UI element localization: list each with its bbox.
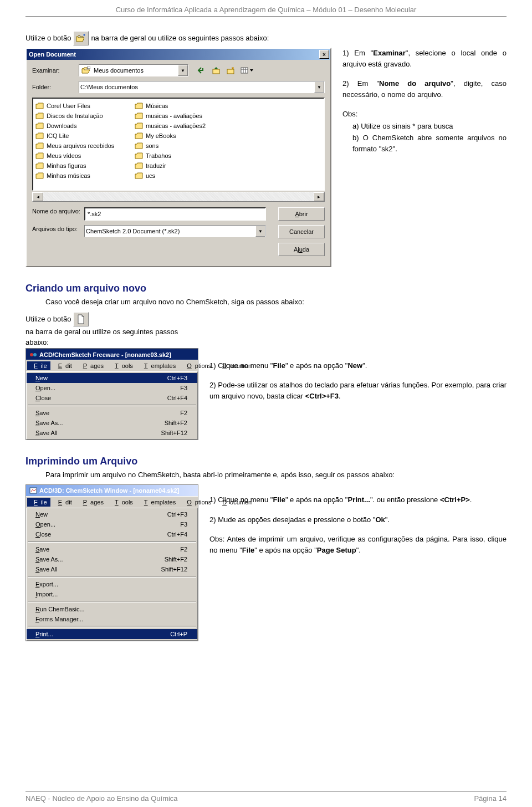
menu-templates[interactable]: Templates xyxy=(137,361,179,370)
menu-file[interactable]: File xyxy=(27,498,50,507)
menu-pages[interactable]: Pages xyxy=(76,361,107,370)
list-item[interactable]: Minhas figuras xyxy=(33,161,132,171)
menu-item[interactable]: Open...F3 xyxy=(27,383,197,393)
footer-left: NAEQ - Núcleo de Apoio ao Ensino da Quím… xyxy=(25,794,178,803)
abrir-label: brir xyxy=(299,211,308,217)
examinar-combo[interactable]: Meus documentos ▼ xyxy=(79,64,188,76)
view-menu-icon[interactable] xyxy=(238,64,256,76)
menu-pages[interactable]: Pages xyxy=(76,498,107,507)
dialog-titlebar: Open Document × xyxy=(27,49,330,60)
menu-item[interactable]: NewCtrl+F3 xyxy=(27,509,197,519)
menulist-1[interactable]: NewCtrl+F3Open...F3CloseCtrl+F4SaveF2Sav… xyxy=(26,371,198,440)
folder-icon xyxy=(135,102,144,110)
file-label: Meus vídeos xyxy=(47,152,81,159)
list-item[interactable]: Músicas xyxy=(132,101,232,111)
cancelar-button[interactable]: Cancelar xyxy=(278,225,325,238)
close-icon[interactable]: × xyxy=(319,50,329,59)
abrir-button[interactable]: Abrir xyxy=(278,207,325,221)
ajuda-button[interactable]: Ajuda xyxy=(278,243,325,256)
nome-input[interactable]: *.sk2 xyxy=(84,207,266,221)
back-icon[interactable] xyxy=(195,64,208,76)
svg-rect-0 xyxy=(88,67,90,69)
list-item[interactable]: My eBooks xyxy=(132,131,232,141)
chevron-down-icon[interactable]: ▼ xyxy=(255,226,265,237)
list-item[interactable]: Downloads xyxy=(33,121,132,131)
list-item[interactable]: Minhas músicas xyxy=(33,171,132,181)
aside-2: 1) Clique no menu "File" e após na opção… xyxy=(209,348,507,411)
menu-tools[interactable]: Tools xyxy=(108,361,136,370)
folder-icon xyxy=(135,152,144,160)
menu-item[interactable]: Open...F3 xyxy=(27,519,197,529)
menubar-1[interactable]: FileEditPagesToolsTemplatesOptionsDocume… xyxy=(26,360,198,371)
tipo-combo[interactable]: ChemSketch 2.0 Document (*.sk2) ▼ xyxy=(84,225,266,237)
intro-line: Utilize o botão na barra de geral ou uti… xyxy=(25,31,507,45)
menubar-2[interactable]: FileEditPagesToolsTemplatesOptionsDocume… xyxy=(26,496,198,508)
folder-icon xyxy=(135,162,144,170)
scroll-right-icon[interactable]: ► xyxy=(314,192,324,201)
menu-tools[interactable]: Tools xyxy=(108,498,136,507)
list-item[interactable]: Trabahos xyxy=(132,151,232,161)
menu-item[interactable]: SaveF2 xyxy=(27,408,197,418)
list-item[interactable]: Meus arquivos recebidos xyxy=(33,141,132,151)
menu-item[interactable]: Export... xyxy=(27,579,197,589)
menu-item[interactable]: SaveF2 xyxy=(27,544,197,554)
svg-point-5 xyxy=(33,353,37,356)
new-folder-icon[interactable] xyxy=(224,64,237,76)
menu-templates[interactable]: Templates xyxy=(137,498,179,507)
dialog-title: Open Document xyxy=(29,51,76,58)
scroll-left-icon[interactable]: ◄ xyxy=(33,192,43,201)
chevron-down-icon[interactable]: ▼ xyxy=(314,81,324,93)
list-item[interactable]: musicas - avaliações xyxy=(132,111,232,121)
list-item[interactable]: ucs xyxy=(132,171,232,181)
folder-icon xyxy=(135,172,144,180)
folder-icon xyxy=(35,102,44,110)
file-menu-2: ACD/3D: ChemSketch Window - [noname04.sk… xyxy=(25,484,198,641)
list-item[interactable]: Meus vídeos xyxy=(33,151,132,161)
svg-rect-3 xyxy=(241,68,248,73)
file-menu-1: ACD/ChemSketch Freeware - [noname03.sk2]… xyxy=(25,348,198,440)
folder-icon xyxy=(35,172,44,180)
folder-combo[interactable]: C:\Meus documentos ▼ xyxy=(79,81,325,93)
file-label: Minhas figuras xyxy=(47,162,86,169)
menu-edit[interactable]: Edit xyxy=(52,498,75,507)
list-item[interactable]: Corel User Files xyxy=(33,101,132,111)
menu-item[interactable]: Save As...Shift+F2 xyxy=(27,554,197,564)
tipo-value: ChemSketch 2.0 Document (*.sk2) xyxy=(85,228,255,234)
folder-label: Folder: xyxy=(32,84,75,90)
menu-item[interactable]: CloseCtrl+F4 xyxy=(27,393,197,403)
file-list[interactable]: Corel User FilesDiscos de InstalaçãoDown… xyxy=(32,98,325,191)
file-label: ucs xyxy=(146,172,155,179)
menu-item[interactable]: CloseCtrl+F4 xyxy=(27,529,197,539)
intro-before: Utilize o botão xyxy=(25,33,71,44)
page-footer: NAEQ - Núcleo de Apoio ao Ensino da Quím… xyxy=(25,791,507,803)
heading-criando: Criando um arquivo novo xyxy=(25,283,507,294)
file-label: Downloads xyxy=(47,122,76,129)
svg-point-4 xyxy=(30,353,33,356)
menu-item[interactable]: Save AllShift+F12 xyxy=(27,564,197,574)
menu-item[interactable]: Save AllShift+F12 xyxy=(27,428,197,438)
sec-a-intro: Caso você deseja criar um arquivo novo n… xyxy=(25,297,507,308)
file-label: musicas - avaliações xyxy=(146,113,202,119)
nome-value: *.sk2 xyxy=(88,211,101,217)
menu-item[interactable]: Print...Ctrl+P xyxy=(27,629,197,639)
list-item[interactable]: Discos de Instalação xyxy=(33,111,132,121)
folder-icon xyxy=(35,112,44,120)
menu-item[interactable]: NewCtrl+F3 xyxy=(27,373,197,383)
file-label: Corel User Files xyxy=(47,103,90,109)
scrollbar[interactable]: ◄ ► xyxy=(32,192,325,202)
menu-edit[interactable]: Edit xyxy=(52,361,75,370)
list-item[interactable]: musicas - avaliações2 xyxy=(132,121,232,131)
menu-item[interactable]: Save As...Shift+F2 xyxy=(27,418,197,428)
list-item[interactable]: ICQ Lite xyxy=(33,131,132,141)
list-item[interactable]: sons xyxy=(132,141,232,151)
menu-item[interactable]: Forms Manager... xyxy=(27,614,197,624)
menu-item[interactable]: Run ChemBasic... xyxy=(27,604,197,614)
menu-item[interactable]: Import... xyxy=(27,589,197,599)
chevron-down-icon[interactable]: ▼ xyxy=(178,65,188,76)
list-item[interactable]: traduzir xyxy=(132,161,232,171)
up-one-level-icon[interactable] xyxy=(209,64,223,76)
menu-file[interactable]: File xyxy=(27,361,50,370)
menulist-2[interactable]: NewCtrl+F3Open...F3CloseCtrl+F4SaveF2Sav… xyxy=(26,508,198,641)
file-label: sons xyxy=(146,142,158,149)
sec-a-btnline: Utilize o botão na barra de geral ou uti… xyxy=(25,312,203,348)
